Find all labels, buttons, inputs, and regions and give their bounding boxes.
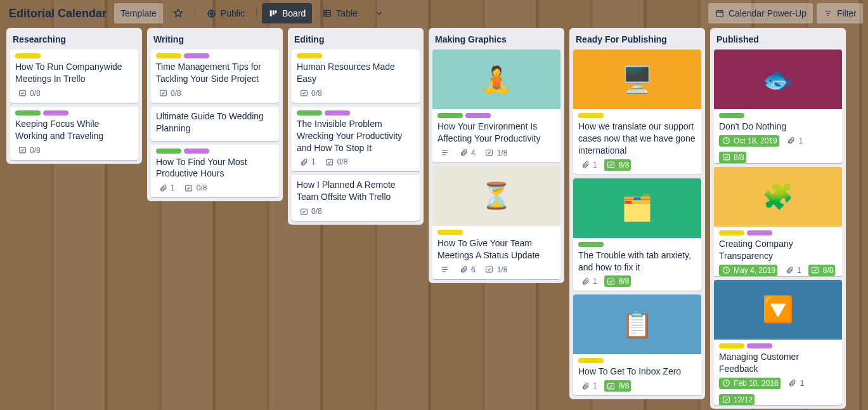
list-title[interactable]: Making Graphics	[432, 32, 560, 46]
attachment-badge: 1	[578, 275, 599, 287]
board-area: ResearchingHow To Run Companywide Meetin…	[0, 27, 868, 410]
card-title: How To Run Companywide Meetings In Trell…	[15, 61, 133, 85]
card-title: Managing Customer Feedback	[719, 351, 837, 375]
card-title: Don't Do Nothing	[719, 121, 837, 133]
label-purple	[747, 230, 772, 235]
label-green	[578, 242, 604, 247]
card-labels[interactable]	[719, 113, 837, 118]
card-labels[interactable]	[156, 53, 274, 58]
card[interactable]: 📋How To Get To Inbox Zero18/8	[573, 294, 701, 395]
list-title[interactable]: Published	[714, 32, 842, 46]
template-badge[interactable]: Template	[114, 3, 163, 23]
attachment-icon	[299, 157, 309, 167]
board-title[interactable]: Editorial Calendar	[5, 6, 110, 22]
svg-rect-7	[19, 147, 25, 153]
card[interactable]: Human Resources Made Easy0/8	[292, 50, 420, 103]
view-switcher-dropdown[interactable]	[368, 3, 391, 23]
card-title: Keeping Focus While Working and Travelin…	[15, 118, 133, 142]
card[interactable]: 🧩Creating Company TransparencyMay 4, 201…	[714, 167, 842, 276]
star-button[interactable]	[167, 3, 190, 23]
calendar-powerup-label: Calendar Power-Up	[729, 8, 806, 18]
card-title: Human Resources Made Easy	[297, 61, 415, 85]
attachment-icon	[580, 381, 590, 391]
card-labels[interactable]	[437, 113, 555, 118]
card-labels[interactable]	[297, 110, 415, 116]
checklist-badge: 0/8	[297, 206, 324, 217]
svg-rect-16	[608, 279, 614, 284]
list-title[interactable]: Editing	[292, 32, 420, 46]
card-cover: 🧘	[432, 50, 560, 109]
card-labels[interactable]	[15, 110, 133, 116]
svg-rect-4	[324, 10, 331, 16]
label-purple	[184, 149, 209, 154]
table-view-button[interactable]: Table	[316, 3, 363, 23]
label-yellow	[15, 53, 41, 58]
list-title[interactable]: Writing	[151, 32, 279, 46]
divider	[256, 8, 257, 19]
card[interactable]: 🔽Managing Customer FeedbackFeb 10, 20161…	[714, 280, 842, 405]
attachment-icon	[580, 276, 590, 286]
card[interactable]: The Invisible Problem Wrecking Your Prod…	[292, 107, 420, 172]
date-badge: Feb 10, 2016	[719, 378, 781, 389]
checklist-badge: 1/8	[483, 147, 510, 159]
attachment-icon	[458, 265, 469, 275]
card-cover: ⏳	[432, 166, 560, 226]
card-title: Ultimate Guide To Wedding Planning	[156, 110, 274, 135]
card[interactable]: Time Management Tips for Tackling Your S…	[151, 50, 279, 103]
card-badges: 0/8	[15, 145, 133, 156]
list-title[interactable]: Ready For Publishing	[573, 32, 701, 46]
visibility-button[interactable]: Public	[200, 3, 251, 23]
svg-rect-17	[608, 383, 614, 389]
divider	[195, 8, 195, 19]
checklist-badge: 8/8	[604, 380, 632, 392]
label-purple	[325, 110, 350, 116]
card-labels[interactable]	[578, 113, 696, 118]
card-labels[interactable]	[578, 242, 696, 247]
checklist-badge: 0/8	[323, 156, 350, 168]
label-purple	[747, 343, 772, 348]
checklist-icon	[299, 88, 309, 98]
card[interactable]: How To Find Your Most Productive Hours10…	[151, 145, 279, 198]
card-title: The Trouble with tab anxiety, and how to…	[578, 249, 696, 274]
card[interactable]: ⏳How To Give Your Team Meetings A Status…	[432, 166, 560, 279]
card-labels[interactable]	[15, 53, 133, 58]
svg-rect-2	[273, 10, 275, 15]
card-labels[interactable]	[719, 343, 837, 348]
chevron-down-icon	[374, 8, 384, 18]
svg-rect-13	[486, 150, 493, 155]
checklist-badge: 8/8	[604, 159, 632, 171]
card[interactable]: 🗂️The Trouble with tab anxiety, and how …	[573, 178, 701, 291]
card[interactable]: 🖥️How we translate our support cases now…	[573, 50, 701, 175]
card[interactable]: Ultimate Guide To Wedding Planning	[151, 107, 279, 141]
card-title: How we translate our support cases now t…	[578, 121, 696, 157]
card[interactable]: 🧘How Your Environment Is Affecting Your …	[432, 50, 560, 162]
card-badges: Feb 10, 2016112/12	[719, 378, 837, 405]
list-title[interactable]: Researching	[10, 32, 138, 46]
checklist-icon	[158, 88, 168, 98]
label-yellow	[578, 358, 604, 363]
calendar-powerup-button[interactable]: Calendar Power-Up	[708, 3, 813, 23]
clock-icon	[721, 265, 731, 275]
card-title: How Your Environment Is Affecting Your P…	[437, 121, 555, 145]
attachment-badge: 1	[786, 378, 806, 389]
label-yellow	[156, 53, 181, 58]
card[interactable]: Keeping Focus While Working and Travelin…	[10, 107, 138, 160]
date-badge: May 4, 2019	[719, 265, 777, 276]
checklist-badge: 0/8	[15, 145, 42, 156]
card-title: Creating Company Transparency	[719, 238, 837, 262]
card-labels[interactable]	[578, 358, 696, 363]
checklist-icon	[721, 152, 731, 162]
checklist-badge: 8/8	[719, 152, 746, 163]
card[interactable]: How I Planned A Remote Team Offsite With…	[292, 175, 420, 221]
card[interactable]: 🐟Don't Do NothingOct 18, 201918/8	[714, 50, 842, 163]
card-labels[interactable]	[297, 53, 415, 58]
card-labels[interactable]	[156, 149, 274, 154]
card[interactable]: How To Run Companywide Meetings In Trell…	[10, 50, 138, 103]
filter-button[interactable]: Filter	[817, 3, 863, 23]
card-labels[interactable]	[437, 230, 555, 235]
svg-rect-19	[723, 155, 729, 161]
attachment-badge: 1	[784, 135, 805, 147]
label-green	[719, 113, 744, 118]
card-labels[interactable]	[719, 230, 837, 235]
board-view-button[interactable]: Board	[262, 3, 312, 23]
